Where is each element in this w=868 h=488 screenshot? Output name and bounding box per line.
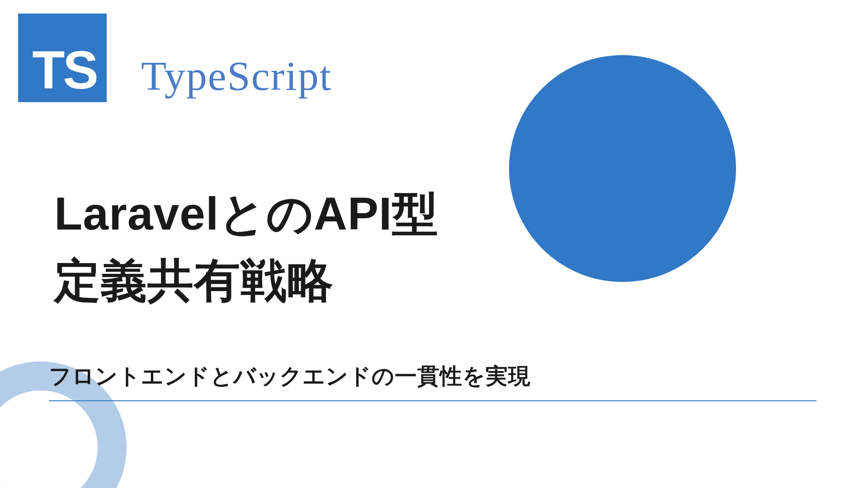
subtitle-underline bbox=[49, 400, 816, 401]
title-line-2: 定義共有戦略 bbox=[54, 255, 334, 306]
logo-text: TS bbox=[32, 43, 97, 97]
subtitle-container: フロントエンドとバックエンドの一貫性を実現 bbox=[49, 361, 816, 401]
title-line-1: LaravelとのAPI型 bbox=[54, 188, 439, 239]
typescript-logo: TS bbox=[18, 14, 107, 102]
subtitle-text: フロントエンドとバックエンドの一貫性を実現 bbox=[49, 361, 816, 400]
page-title: LaravelとのAPI型 定義共有戦略 bbox=[54, 181, 439, 314]
decorative-circle bbox=[509, 55, 736, 282]
typescript-label: TypeScript bbox=[141, 52, 332, 100]
